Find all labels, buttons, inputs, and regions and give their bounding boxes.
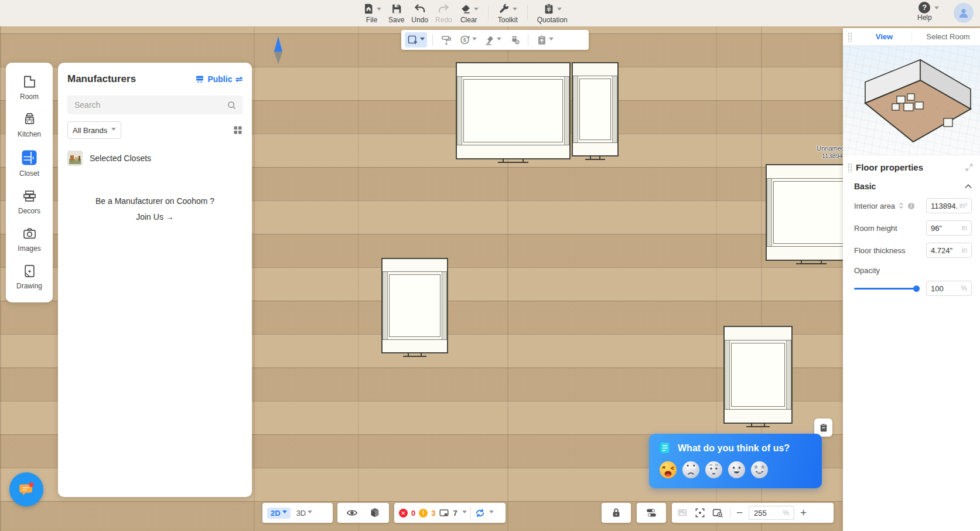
property-row-room-height: Room height 96" in: [843, 220, 980, 236]
user-icon: [957, 6, 970, 19]
sidebar-item-drawing[interactable]: Drawing: [6, 258, 53, 295]
emoji-star-struck[interactable]: [750, 460, 769, 479]
redo-button[interactable]: Redo: [432, 2, 456, 24]
help-button[interactable]: ? Help: [917, 2, 939, 22]
property-row-floor-thickness: Floor thickness 4.724" in: [843, 243, 980, 258]
cube-icon: [368, 506, 381, 519]
currency-tool-button[interactable]: $: [457, 32, 479, 47]
chevron-down-icon: [282, 510, 287, 516]
emoji-smiley[interactable]: [727, 460, 746, 479]
room-preview-render: [843, 46, 980, 155]
undo-icon: [414, 2, 426, 15]
join-us-link[interactable]: Join Us →: [58, 212, 252, 222]
sync-button[interactable]: [474, 508, 486, 519]
chevron-down-icon[interactable]: [489, 510, 494, 516]
closet-cabinet[interactable]: [723, 326, 793, 424]
warning-count[interactable]: 3: [431, 509, 435, 518]
opacity-slider[interactable]: [854, 284, 919, 292]
error-count[interactable]: 0: [411, 509, 415, 518]
search-icon[interactable]: [227, 100, 237, 110]
warning-icon[interactable]: !: [419, 509, 428, 518]
room-count[interactable]: 7: [453, 509, 457, 518]
expand-icon[interactable]: [965, 164, 973, 171]
clear-button[interactable]: Clear: [456, 2, 482, 24]
design-toolbar: $: [401, 30, 589, 50]
sidebar-item-closet[interactable]: Closet: [6, 144, 53, 183]
svg-text:i: i: [910, 203, 911, 209]
chevron-down-icon: [472, 38, 477, 43]
file-button[interactable]: File: [358, 2, 385, 24]
closet-cabinet[interactable]: [456, 62, 571, 159]
sidebar-item-room[interactable]: Room: [6, 69, 53, 106]
display-settings-button[interactable]: [645, 506, 658, 519]
sidebar-item-images[interactable]: Images: [6, 220, 53, 258]
catalog-sidebar: Room Kitchen Closet Decors Images Drawin…: [6, 63, 53, 302]
drag-handle[interactable]: [848, 163, 852, 172]
search-input[interactable]: [73, 100, 227, 110]
fit-view-button[interactable]: [694, 507, 706, 519]
auction-tool-button[interactable]: [482, 32, 504, 47]
property-row-interior-area: Interior area i 113894. in²: [843, 198, 980, 213]
zoom-area-button[interactable]: [712, 507, 724, 519]
visibility-button[interactable]: [346, 506, 358, 519]
eye-icon: [346, 506, 358, 519]
visibility-toggle[interactable]: Public ⇌: [195, 74, 243, 84]
export-tool-button[interactable]: [534, 32, 556, 47]
room-3d-preview[interactable]: [843, 46, 980, 155]
emoji-confused[interactable]: [681, 460, 701, 479]
refresh-icon[interactable]: [898, 202, 904, 209]
tab-select-room[interactable]: Select Room: [916, 32, 980, 41]
quotation-button[interactable]: Quotation: [534, 2, 571, 24]
drag-handle[interactable]: [848, 32, 852, 42]
closet-cabinet[interactable]: [572, 62, 619, 156]
chevron-down-icon[interactable]: [462, 510, 467, 516]
zoom-level-input[interactable]: 255 %: [749, 506, 794, 520]
mode-2d-button[interactable]: 2D: [267, 508, 291, 519]
lock-button[interactable]: [610, 507, 622, 519]
manufacturer-list-item[interactable]: Selected Closets: [67, 151, 243, 166]
room-height-input[interactable]: 96" in: [926, 220, 972, 236]
grid-view-icon[interactable]: [233, 125, 243, 135]
tab-view[interactable]: View: [852, 32, 916, 41]
sidebar-item-kitchen[interactable]: Kitchen: [6, 106, 53, 144]
swap-icon: ⇌: [235, 74, 243, 84]
floor-thickness-input[interactable]: 4.724" in: [926, 243, 972, 258]
toolkit-button[interactable]: Toolkit: [494, 2, 521, 24]
error-icon[interactable]: ✕: [399, 509, 408, 518]
chevron-up-icon[interactable]: [965, 184, 972, 189]
save-button[interactable]: Save: [385, 2, 408, 24]
room-elements-icon[interactable]: [439, 508, 449, 518]
slider-knob[interactable]: [913, 285, 920, 292]
panel-title: Floor properties: [856, 162, 965, 172]
feedback-title: What do you think of us?: [678, 443, 790, 454]
bricks-icon: [22, 188, 37, 204]
info-icon[interactable]: i: [907, 202, 915, 210]
chat-bubble-icon: [17, 480, 36, 499]
zoom-out-button[interactable]: −: [736, 508, 743, 518]
feedback-popup: What do you think of us?: [649, 434, 822, 488]
mode-3d-button[interactable]: 3D: [294, 508, 315, 519]
panel-title: Manufacturers: [67, 73, 136, 85]
manufacturer-cta-text: Be a Manufacturer on Coohom ?: [58, 196, 252, 206]
chevron-down-icon: [513, 8, 517, 13]
search-box[interactable]: [67, 96, 243, 114]
emoji-neutral[interactable]: [704, 460, 723, 479]
emoji-angry[interactable]: [658, 460, 678, 479]
3d-objects-button[interactable]: [368, 506, 381, 519]
brand-filter-select[interactable]: All Brands: [67, 121, 121, 139]
closet-cabinet[interactable]: [381, 258, 448, 353]
opacity-input[interactable]: 100 %: [926, 281, 972, 296]
avatar[interactable]: [954, 3, 974, 23]
zoom-in-button[interactable]: +: [800, 508, 807, 518]
save-icon: [390, 2, 403, 15]
interior-area-input[interactable]: 113894. in²: [926, 198, 972, 213]
sidebar-item-decors[interactable]: Decors: [6, 183, 53, 220]
divider: [528, 34, 528, 46]
chat-support-button[interactable]: [9, 472, 43, 506]
reward-bag-button[interactable]: [506, 32, 523, 47]
undo-button[interactable]: Undo: [408, 2, 432, 24]
view-mode-group: 2D 3D: [262, 503, 333, 523]
snapshot-button[interactable]: [677, 507, 688, 519]
format-painter-button[interactable]: [438, 32, 455, 47]
select-tool-button[interactable]: [405, 32, 427, 47]
